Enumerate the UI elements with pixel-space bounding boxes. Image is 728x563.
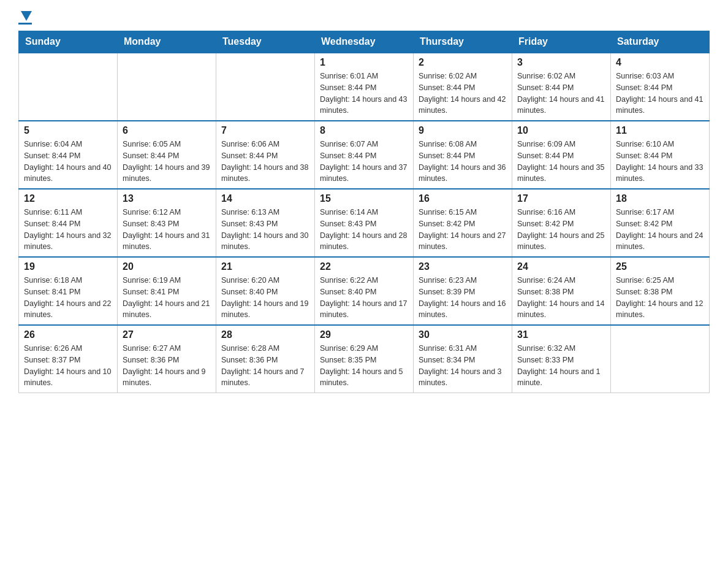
day-sun-info: Sunrise: 6:27 AM Sunset: 8:36 PM Dayligh… (123, 343, 211, 389)
day-sun-info: Sunrise: 6:02 AM Sunset: 8:44 PM Dayligh… (419, 71, 507, 117)
day-number: 26 (24, 329, 112, 340)
calendar-cell: 6Sunrise: 6:05 AM Sunset: 8:44 PM Daylig… (118, 121, 216, 189)
day-sun-info: Sunrise: 6:13 AM Sunset: 8:43 PM Dayligh… (221, 207, 309, 253)
day-number: 21 (221, 261, 309, 272)
logo-underline (18, 23, 32, 25)
day-sun-info: Sunrise: 6:15 AM Sunset: 8:42 PM Dayligh… (419, 207, 507, 253)
day-number: 19 (24, 261, 112, 272)
day-sun-info: Sunrise: 6:17 AM Sunset: 8:42 PM Dayligh… (616, 207, 704, 253)
calendar-cell: 2Sunrise: 6:02 AM Sunset: 8:44 PM Daylig… (414, 53, 512, 121)
day-number: 8 (320, 125, 408, 136)
calendar-cell: 10Sunrise: 6:09 AM Sunset: 8:44 PM Dayli… (512, 121, 611, 189)
calendar-cell (118, 53, 216, 121)
calendar-week-row: 12Sunrise: 6:11 AM Sunset: 8:44 PM Dayli… (19, 189, 710, 257)
day-sun-info: Sunrise: 6:07 AM Sunset: 8:44 PM Dayligh… (320, 139, 408, 185)
calendar-cell: 27Sunrise: 6:27 AM Sunset: 8:36 PM Dayli… (118, 325, 216, 393)
day-sun-info: Sunrise: 6:31 AM Sunset: 8:34 PM Dayligh… (419, 343, 507, 389)
day-sun-info: Sunrise: 6:28 AM Sunset: 8:36 PM Dayligh… (221, 343, 309, 389)
calendar-cell: 9Sunrise: 6:08 AM Sunset: 8:44 PM Daylig… (414, 121, 512, 189)
day-number: 25 (616, 261, 704, 272)
day-sun-info: Sunrise: 6:32 AM Sunset: 8:33 PM Dayligh… (517, 343, 605, 389)
calendar-cell: 16Sunrise: 6:15 AM Sunset: 8:42 PM Dayli… (414, 189, 512, 257)
day-number: 27 (123, 329, 211, 340)
calendar-cell (19, 53, 118, 121)
day-sun-info: Sunrise: 6:09 AM Sunset: 8:44 PM Dayligh… (517, 139, 605, 185)
day-number: 6 (123, 125, 211, 136)
day-number: 7 (221, 125, 309, 136)
calendar-week-row: 26Sunrise: 6:26 AM Sunset: 8:37 PM Dayli… (19, 325, 710, 393)
day-sun-info: Sunrise: 6:04 AM Sunset: 8:44 PM Dayligh… (24, 139, 112, 185)
calendar-cell: 18Sunrise: 6:17 AM Sunset: 8:42 PM Dayli… (611, 189, 710, 257)
calendar-cell (216, 53, 315, 121)
calendar-cell: 26Sunrise: 6:26 AM Sunset: 8:37 PM Dayli… (19, 325, 118, 393)
calendar-cell: 14Sunrise: 6:13 AM Sunset: 8:43 PM Dayli… (216, 189, 315, 257)
day-sun-info: Sunrise: 6:03 AM Sunset: 8:44 PM Dayligh… (616, 71, 704, 117)
day-sun-info: Sunrise: 6:25 AM Sunset: 8:38 PM Dayligh… (616, 275, 704, 321)
day-number: 24 (517, 261, 605, 272)
calendar-cell: 12Sunrise: 6:11 AM Sunset: 8:44 PM Dayli… (19, 189, 118, 257)
day-number: 5 (24, 125, 112, 136)
logo (18, 12, 32, 25)
day-sun-info: Sunrise: 6:10 AM Sunset: 8:44 PM Dayligh… (616, 139, 704, 185)
day-sun-info: Sunrise: 6:12 AM Sunset: 8:43 PM Dayligh… (123, 207, 211, 253)
day-sun-info: Sunrise: 6:06 AM Sunset: 8:44 PM Dayligh… (221, 139, 309, 185)
day-sun-info: Sunrise: 6:16 AM Sunset: 8:42 PM Dayligh… (517, 207, 605, 253)
day-of-week-header: Friday (512, 31, 611, 53)
calendar-cell: 7Sunrise: 6:06 AM Sunset: 8:44 PM Daylig… (216, 121, 315, 189)
calendar-cell (611, 325, 710, 393)
calendar-cell: 8Sunrise: 6:07 AM Sunset: 8:44 PM Daylig… (315, 121, 414, 189)
day-number: 28 (221, 329, 309, 340)
calendar-cell: 23Sunrise: 6:23 AM Sunset: 8:39 PM Dayli… (414, 257, 512, 325)
day-sun-info: Sunrise: 6:02 AM Sunset: 8:44 PM Dayligh… (517, 71, 605, 117)
day-number: 22 (320, 261, 408, 272)
day-sun-info: Sunrise: 6:01 AM Sunset: 8:44 PM Dayligh… (320, 71, 408, 117)
calendar-cell: 31Sunrise: 6:32 AM Sunset: 8:33 PM Dayli… (512, 325, 611, 393)
day-sun-info: Sunrise: 6:22 AM Sunset: 8:40 PM Dayligh… (320, 275, 408, 321)
day-number: 3 (517, 57, 605, 68)
day-sun-info: Sunrise: 6:20 AM Sunset: 8:40 PM Dayligh… (221, 275, 309, 321)
day-sun-info: Sunrise: 6:23 AM Sunset: 8:39 PM Dayligh… (419, 275, 507, 321)
day-number: 23 (419, 261, 507, 272)
day-of-week-header: Sunday (19, 31, 118, 53)
calendar-header-row: SundayMondayTuesdayWednesdayThursdayFrid… (19, 31, 710, 53)
day-sun-info: Sunrise: 6:18 AM Sunset: 8:41 PM Dayligh… (24, 275, 112, 321)
day-number: 2 (419, 57, 507, 68)
calendar-cell: 28Sunrise: 6:28 AM Sunset: 8:36 PM Dayli… (216, 325, 315, 393)
day-sun-info: Sunrise: 6:08 AM Sunset: 8:44 PM Dayligh… (419, 139, 507, 185)
day-number: 31 (517, 329, 605, 340)
calendar-cell: 13Sunrise: 6:12 AM Sunset: 8:43 PM Dayli… (118, 189, 216, 257)
calendar-week-row: 1Sunrise: 6:01 AM Sunset: 8:44 PM Daylig… (19, 53, 710, 121)
calendar-cell: 30Sunrise: 6:31 AM Sunset: 8:34 PM Dayli… (414, 325, 512, 393)
day-number: 30 (419, 329, 507, 340)
day-sun-info: Sunrise: 6:26 AM Sunset: 8:37 PM Dayligh… (24, 343, 112, 389)
day-sun-info: Sunrise: 6:24 AM Sunset: 8:38 PM Dayligh… (517, 275, 605, 321)
calendar-cell: 20Sunrise: 6:19 AM Sunset: 8:41 PM Dayli… (118, 257, 216, 325)
calendar-week-row: 19Sunrise: 6:18 AM Sunset: 8:41 PM Dayli… (19, 257, 710, 325)
day-number: 13 (123, 193, 211, 204)
day-sun-info: Sunrise: 6:05 AM Sunset: 8:44 PM Dayligh… (123, 139, 211, 185)
day-sun-info: Sunrise: 6:11 AM Sunset: 8:44 PM Dayligh… (24, 207, 112, 253)
calendar-cell: 21Sunrise: 6:20 AM Sunset: 8:40 PM Dayli… (216, 257, 315, 325)
calendar-cell: 19Sunrise: 6:18 AM Sunset: 8:41 PM Dayli… (19, 257, 118, 325)
logo-triangle-icon (21, 11, 32, 21)
calendar-cell: 3Sunrise: 6:02 AM Sunset: 8:44 PM Daylig… (512, 53, 611, 121)
day-number: 10 (517, 125, 605, 136)
day-of-week-header: Saturday (611, 31, 710, 53)
day-number: 4 (616, 57, 704, 68)
day-number: 15 (320, 193, 408, 204)
day-sun-info: Sunrise: 6:14 AM Sunset: 8:43 PM Dayligh… (320, 207, 408, 253)
calendar-cell: 17Sunrise: 6:16 AM Sunset: 8:42 PM Dayli… (512, 189, 611, 257)
day-number: 9 (419, 125, 507, 136)
calendar-cell: 11Sunrise: 6:10 AM Sunset: 8:44 PM Dayli… (611, 121, 710, 189)
day-number: 29 (320, 329, 408, 340)
calendar-week-row: 5Sunrise: 6:04 AM Sunset: 8:44 PM Daylig… (19, 121, 710, 189)
page-header (18, 12, 710, 25)
day-number: 1 (320, 57, 408, 68)
day-number: 14 (221, 193, 309, 204)
calendar-cell: 5Sunrise: 6:04 AM Sunset: 8:44 PM Daylig… (19, 121, 118, 189)
day-number: 11 (616, 125, 704, 136)
calendar-table: SundayMondayTuesdayWednesdayThursdayFrid… (18, 31, 710, 393)
calendar-cell: 15Sunrise: 6:14 AM Sunset: 8:43 PM Dayli… (315, 189, 414, 257)
day-number: 12 (24, 193, 112, 204)
day-sun-info: Sunrise: 6:19 AM Sunset: 8:41 PM Dayligh… (123, 275, 211, 321)
